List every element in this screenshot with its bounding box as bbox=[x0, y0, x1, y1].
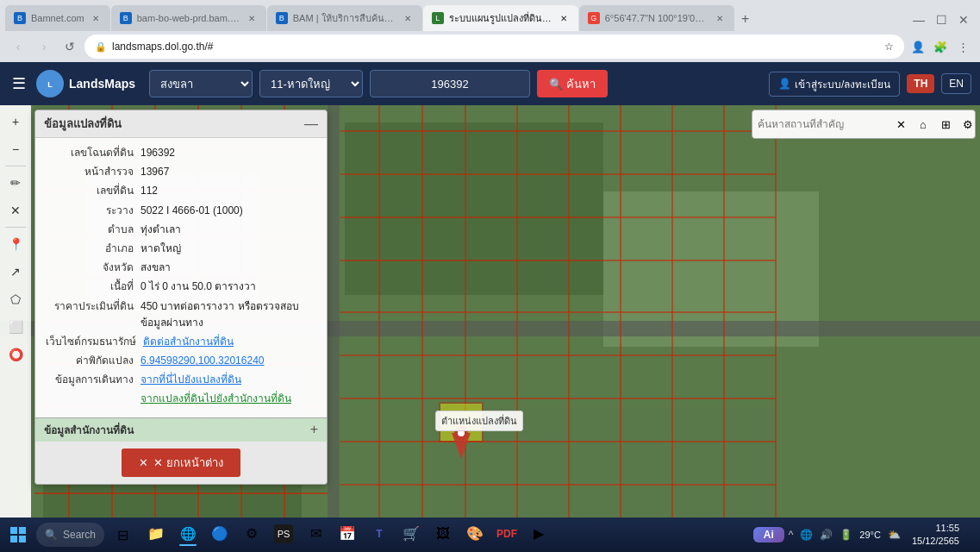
extensions-button[interactable]: 🧩 bbox=[930, 36, 951, 57]
info-row-area: เนื้อที่ 0 ไร่ 0 งาน 50.0 ตารางวา bbox=[46, 279, 316, 295]
info-row-land-number: เลขที่ดิน 112 bbox=[46, 183, 316, 199]
explorer-icon: 📁 bbox=[147, 524, 165, 543]
clear-search-button[interactable]: ✕ bbox=[890, 114, 911, 135]
parcel-number-input[interactable] bbox=[370, 70, 530, 97]
tab-3-label: BAM | ให้บริการสืบค้นที่ดีที่สุดออล... bbox=[293, 10, 396, 26]
zoom-in-button[interactable]: + bbox=[3, 109, 28, 135]
ai-button[interactable]: Ai bbox=[753, 527, 784, 543]
chevron-up-icon[interactable]: ^ bbox=[786, 527, 796, 543]
maximize-button[interactable]: ☐ bbox=[930, 9, 952, 31]
tab-5-favicon: G bbox=[588, 12, 600, 24]
search-icon: 🔍 bbox=[549, 78, 563, 91]
circle-button[interactable]: ⭕ bbox=[3, 342, 28, 367]
home-map-button[interactable]: ⌂ bbox=[913, 114, 933, 135]
taskbar-app-chrome[interactable]: 🌐 bbox=[172, 523, 203, 548]
system-tray: Ai ^ 🌐 🔊 🔋 29°C ⛅ bbox=[753, 527, 903, 543]
tab-1[interactable]: B Bamnet.com ✕ bbox=[5, 5, 110, 31]
taskbar-app-teams[interactable]: T bbox=[364, 523, 395, 548]
network-icon[interactable]: 🌐 bbox=[797, 527, 815, 543]
logo-text: LandsMaps bbox=[69, 77, 135, 91]
polygon-button[interactable]: ⬠ bbox=[3, 286, 28, 312]
taskbar-app-calendar[interactable]: 📅 bbox=[332, 523, 363, 548]
store-icon: 🛒 bbox=[402, 524, 421, 543]
panel-title: ข้อมูลแปลงที่ดิน bbox=[44, 115, 122, 133]
search-place-input[interactable] bbox=[758, 118, 887, 130]
task-view-button[interactable]: ⊟ bbox=[109, 522, 135, 548]
tab-2-label: bam-bo-web-prd.bam.cc... bbox=[137, 13, 240, 23]
province-select[interactable]: สงขลา bbox=[149, 70, 253, 97]
lang-en-button[interactable]: EN bbox=[941, 73, 971, 94]
bookmark-icon: ☆ bbox=[884, 41, 894, 53]
value-directions-from[interactable]: จากแปลงที่ดินไปยังสำนักงานที่ดิน bbox=[140, 391, 316, 407]
taskbar-app-edge[interactable]: 🔵 bbox=[204, 523, 235, 548]
tab-1-close[interactable]: ✕ bbox=[90, 12, 102, 24]
minimize-button[interactable]: — bbox=[908, 9, 930, 31]
tab-4[interactable]: L ระบบแผนรูปแปลงที่ดิน (LandsMaps) ✕ bbox=[423, 5, 578, 31]
draw-tool-button[interactable]: ✏ bbox=[3, 170, 28, 196]
label-directions: ข้อมูลการเดินทาง bbox=[46, 372, 140, 388]
info-row-title-deed: เลขโฉนดที่ดิน 196392 bbox=[46, 145, 316, 161]
lang-th-button[interactable]: TH bbox=[907, 74, 934, 93]
expand-button[interactable]: + bbox=[310, 422, 318, 437]
taskbar-app-settings[interactable]: ⚙ bbox=[236, 523, 267, 548]
settings-button[interactable]: ⋮ bbox=[952, 36, 973, 57]
taskbar-app-terminal[interactable]: PS bbox=[268, 523, 299, 548]
profile-button[interactable]: 👤 bbox=[908, 36, 928, 57]
tab-4-close[interactable]: ✕ bbox=[558, 12, 570, 24]
header-right: 👤 เข้าสู่ระบบ/ลงทะเบียน TH EN bbox=[769, 72, 971, 97]
taskbar-app-mail[interactable]: ✉ bbox=[300, 523, 331, 548]
forward-button[interactable]: › bbox=[33, 35, 55, 58]
taskbar-app-store[interactable]: 🛒 bbox=[396, 523, 427, 548]
rectangle-button[interactable]: ⬜ bbox=[3, 314, 28, 340]
close-window-button[interactable]: ✕ bbox=[952, 9, 975, 31]
location-button[interactable]: 📍 bbox=[3, 231, 28, 257]
value-website[interactable]: ติดต่อสำนักงานที่ดิน bbox=[143, 334, 316, 350]
map-area[interactable]: ตำแหน่งแปลงที่ดิน + − ✏ ✕ 📍 ↗ ⬠ ⬜ ⭕ ข้อม… bbox=[0, 105, 980, 552]
tab-2[interactable]: B bam-bo-web-prd.bam.cc... ✕ bbox=[111, 5, 266, 31]
map-settings-button[interactable]: ⚙ bbox=[958, 114, 978, 135]
info-panel: ข้อมูลแปลงที่ดิน — เลขโฉนดที่ดิน 196392 … bbox=[34, 110, 328, 485]
grid-view-button[interactable]: ⊞ bbox=[935, 114, 956, 135]
info-row-survey: หน้าสำรวจ 13967 bbox=[46, 164, 316, 180]
taskbar-search[interactable]: 🔍 Search bbox=[36, 523, 104, 547]
ai-label: Ai bbox=[764, 529, 774, 541]
search-button[interactable]: 🔍 ค้นหา bbox=[537, 70, 608, 97]
sub-panel-header: ข้อมูลสำนักงานที่ดิน + bbox=[35, 417, 327, 442]
reload-button[interactable]: ↺ bbox=[59, 35, 81, 58]
taskbar-app-paint[interactable]: 🎨 bbox=[459, 523, 490, 548]
new-tab-button[interactable]: + bbox=[735, 9, 756, 29]
volume-icon[interactable]: 🔊 bbox=[817, 527, 835, 543]
panel-close-button[interactable]: — bbox=[304, 117, 318, 131]
value-directions-to[interactable]: จากที่นี่ไปยังแปลงที่ดิน bbox=[140, 372, 316, 388]
tab-4-favicon: L bbox=[432, 12, 444, 24]
login-button[interactable]: 👤 เข้าสู่ระบบ/ลงทะเบียน bbox=[769, 72, 900, 97]
tab-5-close[interactable]: ✕ bbox=[714, 12, 726, 24]
zoom-out-button[interactable]: − bbox=[3, 136, 28, 162]
delete-button[interactable]: ✕ ✕ ยกเหน้าต่าง bbox=[122, 448, 240, 477]
tab-3-close[interactable]: ✕ bbox=[402, 12, 414, 24]
route-button[interactable]: ↗ bbox=[3, 259, 28, 285]
back-button[interactable]: ‹ bbox=[7, 35, 29, 58]
address-bar[interactable]: 🔒 landsmaps.dol.go.th/# ☆ bbox=[84, 34, 904, 59]
delete-icon: ✕ bbox=[139, 456, 148, 469]
clock[interactable]: 11:55 15/12/2565 bbox=[907, 522, 964, 549]
taskbar-app-pdf[interactable]: PDF bbox=[491, 523, 522, 548]
taskbar-app-photos[interactable]: 🖼 bbox=[428, 523, 459, 548]
windows-logo-icon bbox=[9, 526, 27, 543]
start-button[interactable] bbox=[5, 522, 31, 548]
tab-5[interactable]: G 6°56'47.7"N 100°19'07.7"E - Goo... ✕ bbox=[579, 5, 734, 31]
pointer-tool-button[interactable]: ✕ bbox=[3, 198, 28, 223]
tab-1-label: Bamnet.com bbox=[31, 13, 84, 23]
district-select[interactable]: 11-หาดใหญ่ bbox=[259, 70, 363, 97]
show-desktop-button[interactable] bbox=[968, 522, 975, 548]
hamburger-button[interactable]: ☰ bbox=[9, 71, 29, 97]
value-district: หาดใหญ่ bbox=[140, 241, 316, 257]
tab-3[interactable]: B BAM | ให้บริการสืบค้นที่ดีที่สุดออล...… bbox=[267, 5, 422, 31]
battery-icon[interactable]: 🔋 bbox=[837, 527, 855, 543]
taskbar-app-explorer[interactable]: 📁 bbox=[140, 523, 172, 548]
user-icon: 👤 bbox=[778, 78, 791, 90]
value-coords[interactable]: 6.94598290,100.32016240 bbox=[140, 353, 316, 369]
taskbar-app-media[interactable]: ▶ bbox=[523, 523, 554, 548]
tab-2-close[interactable]: ✕ bbox=[246, 12, 258, 24]
search-icons: ✕ ⌂ ⊞ ⚙ bbox=[890, 114, 978, 135]
